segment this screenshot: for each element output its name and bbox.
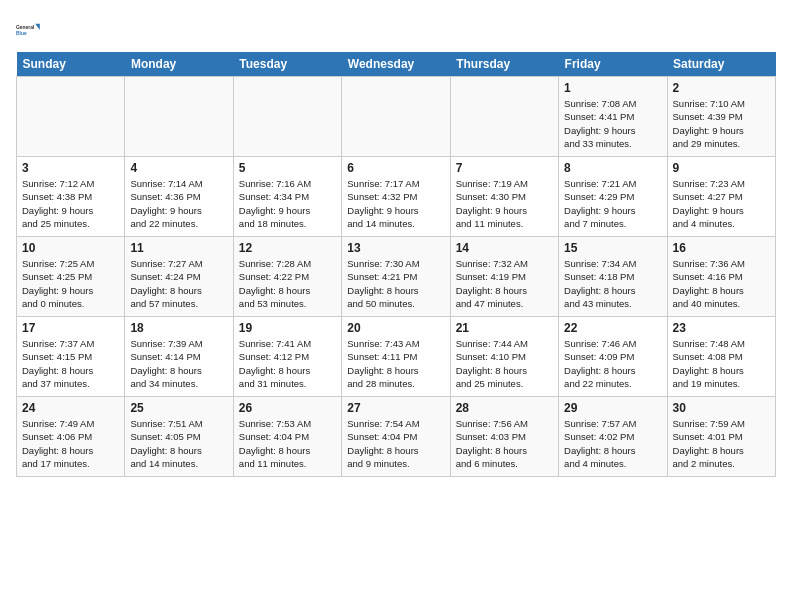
day-info: Sunrise: 7:41 AM Sunset: 4:12 PM Dayligh… (239, 337, 336, 390)
day-number: 27 (347, 401, 444, 415)
day-info: Sunrise: 7:19 AM Sunset: 4:30 PM Dayligh… (456, 177, 553, 230)
calendar-cell: 3Sunrise: 7:12 AM Sunset: 4:38 PM Daylig… (17, 157, 125, 237)
week-row-3: 10Sunrise: 7:25 AM Sunset: 4:25 PM Dayli… (17, 237, 776, 317)
col-header-thursday: Thursday (450, 52, 558, 77)
day-number: 25 (130, 401, 227, 415)
day-number: 30 (673, 401, 770, 415)
day-number: 8 (564, 161, 661, 175)
calendar-cell (342, 77, 450, 157)
calendar-cell: 19Sunrise: 7:41 AM Sunset: 4:12 PM Dayli… (233, 317, 341, 397)
calendar-cell: 15Sunrise: 7:34 AM Sunset: 4:18 PM Dayli… (559, 237, 667, 317)
day-number: 13 (347, 241, 444, 255)
day-info: Sunrise: 7:54 AM Sunset: 4:04 PM Dayligh… (347, 417, 444, 470)
calendar-cell (125, 77, 233, 157)
day-number: 17 (22, 321, 119, 335)
calendar-cell: 11Sunrise: 7:27 AM Sunset: 4:24 PM Dayli… (125, 237, 233, 317)
day-number: 20 (347, 321, 444, 335)
calendar-cell: 2Sunrise: 7:10 AM Sunset: 4:39 PM Daylig… (667, 77, 775, 157)
calendar-cell: 26Sunrise: 7:53 AM Sunset: 4:04 PM Dayli… (233, 397, 341, 477)
day-number: 26 (239, 401, 336, 415)
week-row-4: 17Sunrise: 7:37 AM Sunset: 4:15 PM Dayli… (17, 317, 776, 397)
week-row-5: 24Sunrise: 7:49 AM Sunset: 4:06 PM Dayli… (17, 397, 776, 477)
calendar-cell: 14Sunrise: 7:32 AM Sunset: 4:19 PM Dayli… (450, 237, 558, 317)
calendar-cell: 1Sunrise: 7:08 AM Sunset: 4:41 PM Daylig… (559, 77, 667, 157)
day-info: Sunrise: 7:39 AM Sunset: 4:14 PM Dayligh… (130, 337, 227, 390)
day-number: 22 (564, 321, 661, 335)
calendar-cell: 10Sunrise: 7:25 AM Sunset: 4:25 PM Dayli… (17, 237, 125, 317)
calendar-cell: 16Sunrise: 7:36 AM Sunset: 4:16 PM Dayli… (667, 237, 775, 317)
day-number: 14 (456, 241, 553, 255)
svg-text:General: General (16, 25, 35, 30)
day-number: 21 (456, 321, 553, 335)
calendar-cell: 12Sunrise: 7:28 AM Sunset: 4:22 PM Dayli… (233, 237, 341, 317)
calendar-cell: 18Sunrise: 7:39 AM Sunset: 4:14 PM Dayli… (125, 317, 233, 397)
col-header-monday: Monday (125, 52, 233, 77)
header-row: SundayMondayTuesdayWednesdayThursdayFrid… (17, 52, 776, 77)
day-number: 1 (564, 81, 661, 95)
calendar-cell: 4Sunrise: 7:14 AM Sunset: 4:36 PM Daylig… (125, 157, 233, 237)
calendar-cell: 27Sunrise: 7:54 AM Sunset: 4:04 PM Dayli… (342, 397, 450, 477)
day-number: 3 (22, 161, 119, 175)
week-row-2: 3Sunrise: 7:12 AM Sunset: 4:38 PM Daylig… (17, 157, 776, 237)
day-info: Sunrise: 7:44 AM Sunset: 4:10 PM Dayligh… (456, 337, 553, 390)
day-info: Sunrise: 7:21 AM Sunset: 4:29 PM Dayligh… (564, 177, 661, 230)
calendar-cell: 8Sunrise: 7:21 AM Sunset: 4:29 PM Daylig… (559, 157, 667, 237)
day-number: 4 (130, 161, 227, 175)
calendar-cell: 9Sunrise: 7:23 AM Sunset: 4:27 PM Daylig… (667, 157, 775, 237)
day-number: 6 (347, 161, 444, 175)
col-header-wednesday: Wednesday (342, 52, 450, 77)
svg-marker-2 (35, 24, 40, 30)
day-info: Sunrise: 7:25 AM Sunset: 4:25 PM Dayligh… (22, 257, 119, 310)
calendar-cell: 20Sunrise: 7:43 AM Sunset: 4:11 PM Dayli… (342, 317, 450, 397)
calendar-cell: 29Sunrise: 7:57 AM Sunset: 4:02 PM Dayli… (559, 397, 667, 477)
day-info: Sunrise: 7:34 AM Sunset: 4:18 PM Dayligh… (564, 257, 661, 310)
calendar-cell (17, 77, 125, 157)
day-number: 15 (564, 241, 661, 255)
day-number: 24 (22, 401, 119, 415)
day-number: 5 (239, 161, 336, 175)
calendar-cell: 25Sunrise: 7:51 AM Sunset: 4:05 PM Dayli… (125, 397, 233, 477)
day-info: Sunrise: 7:46 AM Sunset: 4:09 PM Dayligh… (564, 337, 661, 390)
day-info: Sunrise: 7:30 AM Sunset: 4:21 PM Dayligh… (347, 257, 444, 310)
day-info: Sunrise: 7:23 AM Sunset: 4:27 PM Dayligh… (673, 177, 770, 230)
day-info: Sunrise: 7:53 AM Sunset: 4:04 PM Dayligh… (239, 417, 336, 470)
day-info: Sunrise: 7:37 AM Sunset: 4:15 PM Dayligh… (22, 337, 119, 390)
day-info: Sunrise: 7:17 AM Sunset: 4:32 PM Dayligh… (347, 177, 444, 230)
logo: GeneralBlue (16, 16, 44, 44)
week-row-1: 1Sunrise: 7:08 AM Sunset: 4:41 PM Daylig… (17, 77, 776, 157)
day-number: 10 (22, 241, 119, 255)
calendar-cell: 24Sunrise: 7:49 AM Sunset: 4:06 PM Dayli… (17, 397, 125, 477)
day-info: Sunrise: 7:48 AM Sunset: 4:08 PM Dayligh… (673, 337, 770, 390)
day-number: 18 (130, 321, 227, 335)
calendar-cell: 5Sunrise: 7:16 AM Sunset: 4:34 PM Daylig… (233, 157, 341, 237)
calendar-cell: 23Sunrise: 7:48 AM Sunset: 4:08 PM Dayli… (667, 317, 775, 397)
day-info: Sunrise: 7:28 AM Sunset: 4:22 PM Dayligh… (239, 257, 336, 310)
calendar-cell (233, 77, 341, 157)
svg-text:Blue: Blue (16, 31, 27, 36)
calendar-table: SundayMondayTuesdayWednesdayThursdayFrid… (16, 52, 776, 477)
col-header-sunday: Sunday (17, 52, 125, 77)
col-header-saturday: Saturday (667, 52, 775, 77)
day-number: 16 (673, 241, 770, 255)
day-info: Sunrise: 7:32 AM Sunset: 4:19 PM Dayligh… (456, 257, 553, 310)
calendar-cell: 30Sunrise: 7:59 AM Sunset: 4:01 PM Dayli… (667, 397, 775, 477)
day-info: Sunrise: 7:36 AM Sunset: 4:16 PM Dayligh… (673, 257, 770, 310)
calendar-cell (450, 77, 558, 157)
calendar-cell: 28Sunrise: 7:56 AM Sunset: 4:03 PM Dayli… (450, 397, 558, 477)
day-info: Sunrise: 7:59 AM Sunset: 4:01 PM Dayligh… (673, 417, 770, 470)
calendar-cell: 13Sunrise: 7:30 AM Sunset: 4:21 PM Dayli… (342, 237, 450, 317)
day-number: 7 (456, 161, 553, 175)
day-number: 28 (456, 401, 553, 415)
calendar-cell: 17Sunrise: 7:37 AM Sunset: 4:15 PM Dayli… (17, 317, 125, 397)
calendar-cell: 22Sunrise: 7:46 AM Sunset: 4:09 PM Dayli… (559, 317, 667, 397)
day-number: 23 (673, 321, 770, 335)
calendar-cell: 7Sunrise: 7:19 AM Sunset: 4:30 PM Daylig… (450, 157, 558, 237)
day-info: Sunrise: 7:49 AM Sunset: 4:06 PM Dayligh… (22, 417, 119, 470)
day-number: 12 (239, 241, 336, 255)
day-info: Sunrise: 7:16 AM Sunset: 4:34 PM Dayligh… (239, 177, 336, 230)
calendar-cell: 21Sunrise: 7:44 AM Sunset: 4:10 PM Dayli… (450, 317, 558, 397)
day-info: Sunrise: 7:08 AM Sunset: 4:41 PM Dayligh… (564, 97, 661, 150)
page-header: GeneralBlue (16, 16, 776, 44)
day-number: 19 (239, 321, 336, 335)
day-info: Sunrise: 7:14 AM Sunset: 4:36 PM Dayligh… (130, 177, 227, 230)
